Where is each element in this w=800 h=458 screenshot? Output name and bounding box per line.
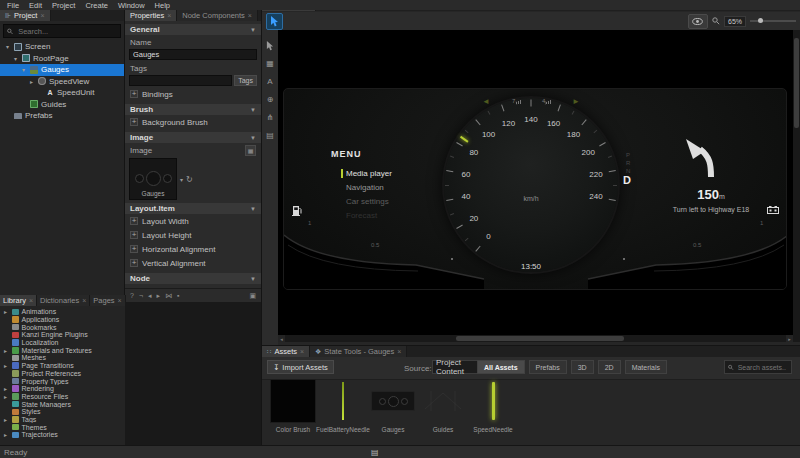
connections-tool-icon[interactable]: ⋔: [264, 112, 276, 123]
library-item-bookmarks[interactable]: Bookmarks: [0, 323, 125, 331]
library-item-trajectories[interactable]: ▸Trajectories: [0, 431, 125, 439]
menu-project[interactable]: Project: [47, 1, 80, 10]
next-icon[interactable]: ▸: [157, 292, 161, 300]
expander-icon[interactable]: ▸: [2, 308, 9, 315]
vertical-scrollbar[interactable]: [793, 30, 800, 342]
library-item-statemanagers[interactable]: State Managers: [0, 400, 125, 408]
grid-tool-icon[interactable]: ▦: [264, 58, 276, 69]
library-item-localization[interactable]: Localization: [0, 339, 125, 347]
image-options-icon[interactable]: ▦: [245, 145, 256, 156]
preview-viewport[interactable]: 020406080100120140160180200220240km/hMEN…: [278, 30, 793, 335]
tab-pages[interactable]: Pages×: [90, 295, 125, 306]
zoom-level-value[interactable]: 65%: [724, 16, 746, 27]
asset-needle[interactable]: FuelBatteryNeedle: [318, 369, 368, 435]
library-item-plugins[interactable]: Kanzi Engine Plugins: [0, 331, 125, 339]
library-item-styles[interactable]: Styles: [0, 408, 125, 416]
panel-options-icon[interactable]: ▣: [249, 292, 256, 300]
horizontal-scrollbar[interactable]: ◂ ▸: [278, 335, 793, 342]
text-tool-icon[interactable]: A: [264, 76, 276, 87]
filter-icon[interactable]: ¬: [139, 292, 143, 299]
tags-field[interactable]: [129, 75, 232, 86]
swap-icon[interactable]: ⋈: [165, 292, 172, 300]
close-icon[interactable]: ×: [300, 348, 304, 355]
expander-icon[interactable]: ▸: [2, 431, 9, 438]
add-layout-height-row[interactable]: +Layout Height: [125, 228, 261, 242]
library-item-rendering[interactable]: ▸Rendering: [0, 385, 125, 393]
refresh-icon[interactable]: ↻: [186, 175, 193, 184]
close-icon[interactable]: ×: [29, 297, 33, 304]
tree-node-screen[interactable]: ▾Screen: [0, 41, 124, 53]
plus-icon[interactable]: +: [130, 231, 138, 239]
image-thumbnail[interactable]: Gauges: [129, 158, 177, 200]
add-vertical-alignment-row[interactable]: +Vertical Alignment: [125, 256, 261, 270]
zoom-slider-knob[interactable]: [758, 18, 763, 23]
expander-icon[interactable]: ▸: [2, 416, 9, 423]
preview-visibility-button[interactable]: [688, 14, 708, 29]
tab-project[interactable]: ⊪ Project ×: [0, 10, 51, 21]
close-icon[interactable]: ×: [248, 12, 252, 19]
library-item-projectrefs[interactable]: Project References: [0, 370, 125, 378]
menu-create[interactable]: Create: [80, 1, 113, 10]
add-bindings-row[interactable]: + Bindings: [125, 87, 261, 101]
help-icon[interactable]: ?: [130, 292, 134, 299]
tab-assets[interactable]: ∷Assets×: [262, 346, 310, 357]
menu-window[interactable]: Window: [113, 1, 150, 10]
expander-icon[interactable]: ▸: [28, 78, 35, 85]
library-item-materials[interactable]: ▸Materials and Textures: [0, 346, 125, 354]
library-item-tags[interactable]: ▸Tags: [0, 416, 125, 424]
section-node[interactable]: Node ▼: [125, 273, 261, 284]
expander-icon[interactable]: ▾: [4, 43, 11, 50]
library-item-animations[interactable]: ▸Animations: [0, 308, 125, 316]
tree-node-speedunit[interactable]: ASpeedUnit: [0, 87, 124, 99]
scroll-right-icon[interactable]: ▸: [786, 335, 793, 342]
expander-icon[interactable]: ▸: [2, 393, 9, 400]
expander-icon[interactable]: ▾: [20, 66, 27, 73]
section-general[interactable]: General ▼: [125, 24, 261, 35]
menu-file[interactable]: File: [2, 1, 24, 10]
close-icon[interactable]: ×: [167, 12, 171, 19]
tab-dictionaries[interactable]: Dictionaries×: [37, 295, 90, 306]
expander-icon[interactable]: ▸: [2, 347, 9, 354]
close-icon[interactable]: ×: [82, 297, 86, 304]
close-icon[interactable]: ×: [397, 348, 401, 355]
expander-icon[interactable]: ▾: [12, 55, 19, 62]
close-icon[interactable]: ×: [118, 297, 122, 304]
section-image[interactable]: Image ▼: [125, 132, 261, 143]
tags-button[interactable]: Tags: [234, 75, 257, 86]
vertical-scroll-thumb[interactable]: [794, 38, 799, 128]
horizontal-scroll-thumb[interactable]: [456, 336, 624, 341]
locale-tool-icon[interactable]: ⊕: [264, 94, 276, 105]
project-search[interactable]: [3, 24, 121, 38]
asset-speedneedle[interactable]: SpeedNeedle: [468, 369, 518, 435]
project-search-input[interactable]: [16, 26, 117, 37]
library-item-applications[interactable]: Applications: [0, 316, 125, 324]
add-horizontal-alignment-row[interactable]: +Horizontal Alignment: [125, 242, 261, 256]
tree-node-rootpage[interactable]: ▾RootPage: [0, 53, 124, 65]
tree-node-speedview[interactable]: ▸SpeedView: [0, 76, 124, 88]
section-brush[interactable]: Brush ▼: [125, 104, 261, 115]
library-item-propertytypes[interactable]: Property Types: [0, 377, 125, 385]
lock-icon[interactable]: ▪: [177, 292, 179, 299]
close-icon[interactable]: ×: [40, 12, 44, 19]
expander-icon[interactable]: ▸: [2, 385, 9, 392]
add-layout-width-row[interactable]: +Layout Width: [125, 214, 261, 228]
library-item-pagetransitions[interactable]: ▸Page Transitions: [0, 362, 125, 370]
tab-node-components[interactable]: Node Components×: [177, 10, 258, 21]
interact-tool-button[interactable]: [266, 13, 283, 30]
tab-library[interactable]: Library×: [0, 295, 37, 306]
chevron-down-icon[interactable]: ▾: [180, 176, 183, 183]
menu-help[interactable]: Help: [150, 1, 175, 10]
tab-state-tools-gauges[interactable]: ❖State Tools - Gauges×: [310, 346, 407, 357]
expander-icon[interactable]: ▸: [2, 362, 9, 369]
library-item-themes[interactable]: Themes: [0, 423, 125, 431]
plus-icon[interactable]: +: [130, 118, 138, 126]
plus-icon[interactable]: +: [130, 217, 138, 225]
add-background-brush-row[interactable]: + Background Brush: [125, 115, 261, 129]
layers-tool-icon[interactable]: ▤: [264, 130, 276, 141]
zoom-slider[interactable]: [750, 20, 796, 22]
prev-icon[interactable]: ◂: [148, 292, 152, 300]
name-field[interactable]: [129, 49, 257, 60]
plus-icon[interactable]: +: [130, 90, 138, 98]
scroll-left-icon[interactable]: ◂: [278, 335, 285, 342]
asset-colorbrush[interactable]: Color Brush: [268, 369, 318, 435]
